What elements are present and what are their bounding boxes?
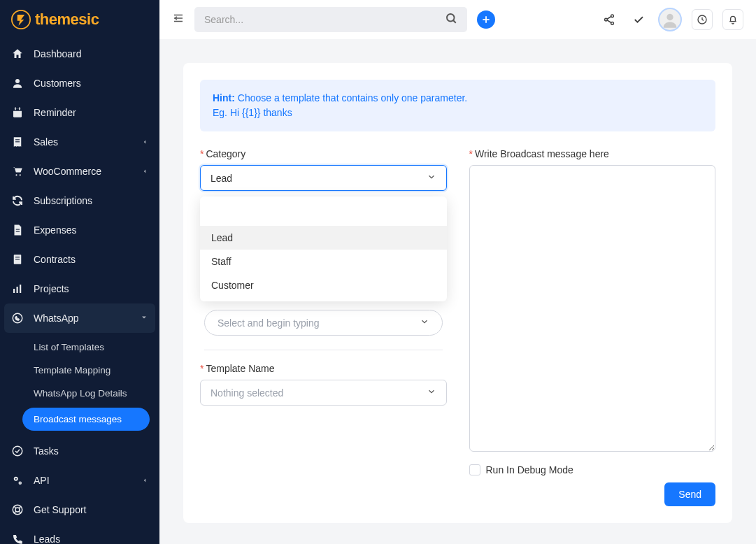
- sidebar-item-tasks[interactable]: Tasks: [0, 436, 159, 466]
- clock-icon[interactable]: [692, 9, 713, 30]
- phone-icon: [11, 533, 24, 544]
- category-select[interactable]: Lead: [200, 165, 447, 191]
- debug-label: Run In Debug Mode: [486, 464, 573, 475]
- sidebar-item-woocommerce[interactable]: WooCommerce: [0, 157, 159, 186]
- refresh-icon: [11, 194, 24, 207]
- sidebar: themesic Dashboard Customers Reminder Sa…: [0, 0, 159, 544]
- hint-box: Hint: Choose a template that contains on…: [200, 80, 715, 131]
- menu-toggle-icon[interactable]: [172, 12, 185, 27]
- sidebar-item-subscriptions[interactable]: Subscriptions: [0, 186, 159, 215]
- chevron-down-icon: [140, 313, 148, 324]
- whatsapp-submenu: List of Templates Template Mapping Whats…: [0, 333, 159, 436]
- tag-select[interactable]: Select and begin typing: [204, 310, 443, 336]
- left-form-column: *Category Lead Lead Staff Customer: [200, 148, 447, 506]
- broadcast-textarea[interactable]: [469, 165, 716, 452]
- user-avatar[interactable]: [658, 8, 682, 31]
- dropdown-option-staff[interactable]: Staff: [200, 250, 447, 273]
- chevron-left-icon: [141, 136, 148, 148]
- chevron-left-icon: [141, 475, 148, 486]
- sidebar-item-contracts[interactable]: Contracts: [0, 245, 159, 274]
- nav-label: Reminder: [34, 107, 76, 118]
- sidebar-item-customers[interactable]: Customers: [0, 69, 159, 98]
- main-area: Hint: Choose a template that contains on…: [159, 0, 756, 544]
- svg-rect-3: [13, 109, 22, 111]
- svg-point-19: [13, 446, 22, 456]
- svg-rect-16: [17, 287, 18, 293]
- nav-label: Expenses: [34, 224, 76, 236]
- search-icon[interactable]: [445, 12, 457, 27]
- brand-logo-icon: [11, 10, 31, 29]
- nav-label: Subscriptions: [34, 195, 92, 206]
- submenu-whatsapp-log[interactable]: WhatsApp Log Details: [0, 382, 159, 405]
- lifebuoy-icon: [11, 503, 24, 516]
- svg-rect-5: [19, 108, 20, 110]
- broadcast-card: Hint: Choose a template that contains on…: [183, 63, 732, 523]
- submenu-list-templates[interactable]: List of Templates: [0, 336, 159, 359]
- sidebar-item-dashboard[interactable]: Dashboard: [0, 39, 159, 69]
- svg-point-26: [447, 14, 455, 22]
- submenu-broadcast-messages[interactable]: Broadcast messages: [22, 408, 150, 431]
- topbar: [159, 0, 756, 39]
- sidebar-item-projects[interactable]: Projects: [0, 274, 159, 303]
- chevron-down-icon: [420, 317, 429, 329]
- sidebar-item-support[interactable]: Get Support: [0, 495, 159, 524]
- category-dropdown: Lead Staff Customer: [200, 196, 447, 301]
- share-icon[interactable]: [599, 10, 619, 29]
- template-value: Nothing selected: [211, 387, 283, 399]
- nav-label: Dashboard: [34, 48, 82, 59]
- dropdown-option-customer[interactable]: Customer: [200, 273, 447, 297]
- debug-row: Run In Debug Mode: [469, 464, 716, 475]
- submenu-template-mapping[interactable]: Template Mapping: [0, 359, 159, 382]
- debug-checkbox[interactable]: [469, 464, 480, 475]
- svg-point-1: [15, 79, 20, 83]
- chart-icon: [11, 282, 24, 295]
- search-input[interactable]: [204, 14, 445, 25]
- person-icon: [11, 77, 24, 90]
- cart-icon: [11, 165, 24, 178]
- check-icon[interactable]: [629, 10, 648, 29]
- hint-prefix: Hint:: [213, 92, 235, 103]
- sidebar-item-reminder[interactable]: Reminder: [0, 98, 159, 127]
- hint-line1: Choose a template that contains only one…: [238, 92, 467, 103]
- nav-label: Sales: [34, 136, 58, 148]
- add-button[interactable]: [477, 10, 495, 29]
- svg-point-30: [666, 14, 673, 20]
- template-select[interactable]: Nothing selected: [200, 380, 447, 406]
- svg-point-25: [15, 508, 20, 512]
- chevron-down-icon: [427, 172, 436, 184]
- brand-logo[interactable]: themesic: [0, 0, 159, 39]
- sidebar-item-leads[interactable]: Leads: [0, 524, 159, 544]
- check-circle-icon: [11, 445, 24, 457]
- nav-label: Contracts: [34, 254, 76, 265]
- svg-rect-11: [16, 231, 20, 232]
- hint-line2: Eg. Hi {{1}} thanks: [213, 107, 292, 118]
- file-icon: [11, 224, 24, 236]
- svg-rect-15: [13, 289, 15, 293]
- nav-label: WhatsApp: [34, 313, 79, 324]
- search-box[interactable]: [194, 7, 467, 32]
- divider: [204, 350, 443, 350]
- svg-rect-4: [15, 108, 16, 110]
- template-label: *Template Name: [200, 363, 447, 374]
- sidebar-item-api[interactable]: API: [0, 466, 159, 495]
- nav-label: WooCommerce: [34, 166, 101, 177]
- send-button[interactable]: Send: [664, 482, 715, 506]
- sidebar-item-whatsapp[interactable]: WhatsApp: [4, 303, 155, 333]
- bell-icon[interactable]: [722, 9, 743, 30]
- dropdown-option-lead[interactable]: Lead: [200, 226, 447, 250]
- svg-point-23: [20, 482, 21, 484]
- sidebar-item-expenses[interactable]: Expenses: [0, 215, 159, 245]
- svg-rect-17: [20, 285, 21, 293]
- document-icon: [11, 253, 24, 266]
- gear-icon: [11, 474, 24, 487]
- whatsapp-icon: [11, 312, 24, 324]
- page-content: Hint: Choose a template that contains on…: [159, 39, 756, 544]
- tag-placeholder: Select and begin typing: [217, 317, 320, 329]
- sidebar-item-sales[interactable]: Sales: [0, 127, 159, 157]
- svg-rect-14: [15, 259, 20, 259]
- right-form-column: *Write Broadcast message here Run In Deb…: [469, 148, 716, 506]
- nav-label: Tasks: [34, 445, 59, 457]
- svg-rect-10: [16, 229, 20, 230]
- svg-rect-13: [15, 257, 20, 257]
- nav-label: API: [34, 475, 50, 486]
